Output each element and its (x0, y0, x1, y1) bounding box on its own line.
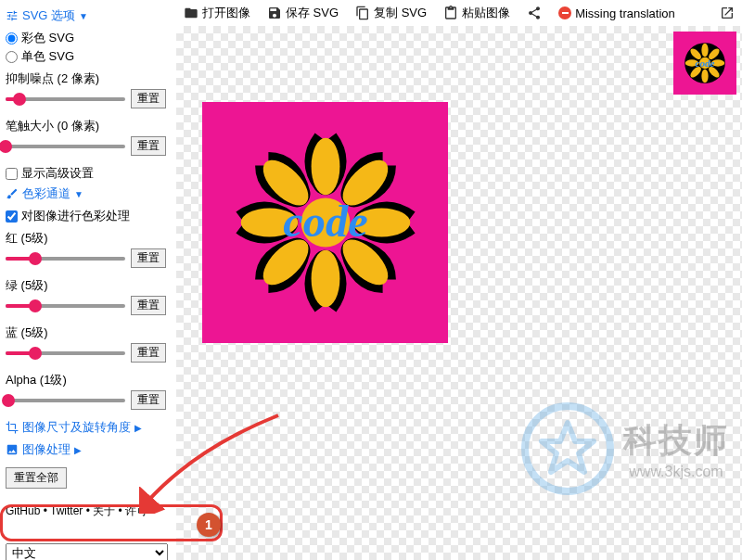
about-link[interactable]: 关于 (93, 504, 115, 517)
posterize-checkbox[interactable]: 对图像进行色彩处理 (6, 208, 166, 224)
image-process-header[interactable]: 图像处理 ▶ (6, 441, 166, 458)
paste-icon (443, 6, 458, 20)
paste-image-button[interactable]: 粘贴图像 (443, 5, 510, 21)
copy-svg-button[interactable]: 复制 SVG (355, 5, 427, 21)
license-link[interactable]: 许可 (125, 504, 147, 517)
green-label: 绿 (5级) (6, 277, 166, 294)
green-slider-block: 绿 (5级) 重置 (6, 277, 166, 315)
missing-translation-button[interactable]: Missing translation (558, 6, 675, 20)
chevron-right-icon: ▶ (74, 445, 82, 455)
watermark-url: www.3kjs.com (623, 464, 729, 480)
open-image-button[interactable]: 打开图像 (184, 5, 250, 21)
code-logo-thumb: code (679, 37, 731, 89)
watermark: 科技师 www.3kjs.com (521, 402, 729, 495)
color-svg-label: 彩色 SVG (21, 30, 74, 46)
green-slider[interactable] (6, 304, 125, 308)
stroke-slider-block: 笔触大小 (0 像素) 重置 (6, 118, 166, 156)
copy-svg-label: 复制 SVG (374, 5, 427, 21)
show-advanced-input[interactable] (6, 168, 18, 180)
svg-point-4 (311, 250, 339, 308)
footer-links: GitHub • Twitter • 关于 • 许可 (6, 503, 166, 519)
svg-point-21 (525, 406, 610, 491)
twitter-link[interactable]: Twitter (50, 504, 83, 517)
noise-slider-block: 抑制噪点 (2 像素) 重置 (6, 70, 166, 108)
svg-options-label: SVG 选项 (22, 7, 75, 24)
share-icon (527, 6, 542, 20)
save-svg-label: 保存 SVG (286, 5, 339, 21)
export-icon (720, 6, 735, 20)
toolbar: 打开图像 保存 SVG 复制 SVG 粘贴图像 Missing translat… (176, 0, 742, 26)
svg-text:code: code (283, 197, 367, 246)
stroke-slider[interactable] (6, 145, 125, 148)
mono-svg-radio-input[interactable] (6, 51, 18, 63)
alpha-slider[interactable] (6, 399, 125, 402)
sidebar: SVG 选项 ▼ 彩色 SVG 单色 SVG 抑制噪点 (2 像素) 重置 笔触… (0, 0, 172, 560)
svg-point-11 (701, 44, 708, 57)
green-reset-button[interactable]: 重置 (131, 296, 166, 315)
image-process-label: 图像处理 (22, 441, 70, 458)
blue-reset-button[interactable]: 重置 (131, 343, 166, 363)
alpha-slider-block: Alpha (1级) 重置 (6, 372, 166, 410)
language-select[interactable]: 中文 (6, 543, 168, 560)
color-svg-radio[interactable]: 彩色 SVG (6, 30, 166, 46)
blue-slider[interactable] (6, 351, 125, 355)
svg-text:code: code (695, 57, 714, 69)
watermark-star-icon (521, 402, 614, 495)
image-icon (6, 443, 19, 456)
save-svg-button[interactable]: 保存 SVG (267, 5, 339, 21)
brush-icon (6, 187, 19, 200)
alpha-label: Alpha (1级) (6, 372, 166, 388)
noise-label: 抑制噪点 (2 像素) (6, 70, 166, 87)
chevron-down-icon: ▼ (74, 189, 83, 199)
svg-options-header[interactable]: SVG 选项 ▼ (6, 7, 166, 24)
export-button[interactable] (720, 6, 735, 20)
chevron-down-icon: ▼ (79, 11, 88, 21)
mono-svg-label: 单色 SVG (21, 48, 74, 65)
color-channel-label: 色彩通道 (22, 185, 70, 202)
code-logo: code (224, 121, 428, 325)
paste-image-label: 粘贴图像 (462, 5, 510, 21)
size-rotate-label: 图像尺寸及旋转角度 (22, 419, 131, 436)
save-icon (267, 6, 282, 20)
stop-icon (558, 6, 571, 19)
missing-translation-label: Missing translation (575, 6, 675, 20)
red-slider[interactable] (6, 257, 125, 261)
folder-icon (184, 6, 198, 20)
red-slider-block: 红 (5级) 重置 (6, 230, 166, 268)
posterize-label: 对图像进行色彩处理 (21, 208, 130, 224)
red-label: 红 (5级) (6, 230, 166, 247)
blue-slider-block: 蓝 (5级) 重置 (6, 325, 166, 363)
reset-all-button[interactable]: 重置全部 (6, 467, 67, 489)
svg-point-15 (701, 70, 708, 83)
crop-icon (6, 421, 19, 434)
color-channel-header[interactable]: 色彩通道 ▼ (6, 185, 166, 202)
open-image-label: 打开图像 (202, 5, 250, 21)
share-button[interactable] (527, 6, 542, 20)
alpha-reset-button[interactable]: 重置 (131, 390, 166, 410)
github-link[interactable]: GitHub (6, 504, 40, 517)
show-advanced-checkbox[interactable]: 显示高级设置 (6, 165, 166, 182)
blue-label: 蓝 (5级) (6, 325, 166, 341)
chevron-right-icon: ▶ (134, 423, 142, 433)
mono-svg-radio[interactable]: 单色 SVG (6, 48, 166, 65)
noise-slider[interactable] (6, 97, 125, 101)
show-advanced-label: 显示高级设置 (21, 165, 94, 182)
thumbnail-preview[interactable]: code (673, 32, 736, 95)
canvas-area: code code 科技师 www.3kjs.com (176, 26, 742, 560)
noise-reset-button[interactable]: 重置 (131, 89, 166, 108)
copy-icon (355, 6, 370, 20)
main-preview[interactable]: code (202, 102, 448, 343)
stroke-reset-button[interactable]: 重置 (131, 136, 166, 156)
posterize-input[interactable] (6, 210, 18, 223)
watermark-title: 科技师 (623, 418, 729, 464)
stroke-label: 笔触大小 (0 像素) (6, 118, 166, 134)
svg-point-0 (311, 138, 339, 196)
color-svg-radio-input[interactable] (6, 32, 18, 45)
red-reset-button[interactable]: 重置 (131, 248, 166, 268)
tune-icon (6, 9, 19, 22)
size-rotate-header[interactable]: 图像尺寸及旋转角度 ▶ (6, 419, 166, 436)
